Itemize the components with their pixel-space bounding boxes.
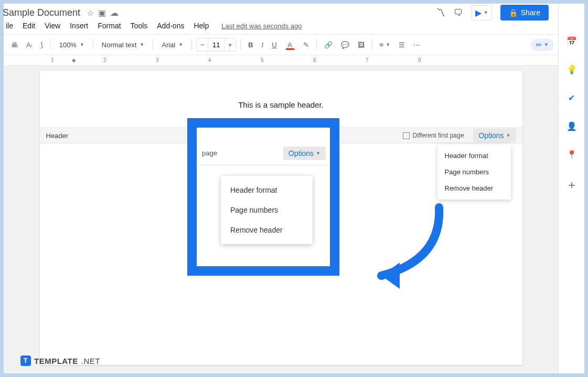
contacts-icon[interactable]: 👤 (566, 120, 578, 132)
print-icon[interactable]: 🖶 (8, 39, 21, 51)
style-select[interactable]: Normal text▼ (98, 39, 148, 51)
callout-menu-header-format[interactable]: Header format (221, 180, 313, 200)
header-options-button[interactable]: Options▼ (473, 129, 516, 142)
menu-format[interactable]: Format (98, 22, 121, 30)
svg-marker-0 (381, 263, 400, 289)
move-icon[interactable]: ▣ (98, 8, 106, 18)
align-button[interactable]: ≡▼ (377, 39, 394, 51)
different-first-page-checkbox[interactable] (403, 132, 410, 139)
insert-comment-button[interactable]: 💬 (338, 39, 352, 51)
callout-menu-remove-header[interactable]: Remove header (221, 220, 313, 240)
editing-mode-button[interactable]: ✏▼ (531, 39, 554, 51)
header-label: Header (46, 132, 69, 140)
line-spacing-button[interactable]: ☰ (395, 39, 408, 51)
add-addon-button[interactable]: ＋ (566, 177, 578, 193)
menu-edit[interactable]: Edit (23, 22, 35, 30)
menu-page-numbers[interactable]: Page numbers (437, 164, 511, 180)
menu-bar: ile Edit View Insert Format Tools Add-on… (4, 19, 558, 35)
italic-button[interactable]: I (259, 39, 267, 51)
brand-name: TEMPLATE (34, 357, 78, 365)
present-icon: ▶ (475, 8, 482, 18)
paint-format-icon[interactable]: ⟆ (37, 39, 46, 51)
watermark: T TEMPLATE.NET (20, 355, 100, 366)
side-panel: 📅 💡 ✔ 👤 📍 ＋ (558, 4, 584, 373)
font-size-decrease[interactable]: − (197, 38, 208, 51)
pencil-icon: ✏ (536, 41, 542, 49)
font-value: Arial (162, 41, 175, 49)
brand-badge-icon: T (20, 355, 31, 366)
share-label: Share (521, 8, 540, 17)
callout-options-label: Options (288, 149, 314, 158)
callout-menu-page-numbers[interactable]: Page numbers (221, 200, 313, 220)
zoom-value: 100% (59, 41, 77, 49)
doc-title[interactable]: Sample Document (3, 7, 80, 18)
menu-file[interactable]: ile (6, 22, 13, 30)
underline-button[interactable]: U (269, 39, 280, 51)
font-size-stepper[interactable]: − + (196, 38, 236, 51)
menu-view[interactable]: View (45, 22, 60, 30)
tasks-icon[interactable]: ✔ (566, 92, 578, 103)
activity-icon[interactable]: 〽 (436, 7, 445, 18)
brand-suffix: .NET (81, 357, 100, 365)
insert-image-button[interactable]: 🖼 (355, 39, 368, 51)
font-size-increase[interactable]: + (224, 38, 236, 51)
insert-link-button[interactable]: 🔗 (321, 39, 336, 51)
font-size-input[interactable] (208, 38, 224, 51)
spellcheck-icon[interactable]: Aᵢ (23, 39, 35, 51)
callout-options-button[interactable]: Options▼ (283, 146, 326, 160)
lock-icon: 🔒 (509, 8, 518, 17)
menu-tools[interactable]: Tools (131, 22, 148, 30)
bold-button[interactable]: B (245, 39, 256, 51)
callout-options-menu: Header format Page numbers Remove header (221, 176, 313, 244)
callout-page-label: page (201, 149, 217, 157)
font-select[interactable]: Arial▼ (157, 39, 187, 51)
callout-box: page Options▼ Header format Page numbers… (187, 118, 339, 276)
menu-header-format[interactable]: Header format (437, 148, 511, 164)
calendar-icon[interactable]: 📅 (566, 35, 578, 47)
header-options-menu: Header format Page numbers Remove header (437, 144, 511, 200)
menu-addons[interactable]: Add-ons (157, 22, 184, 30)
star-icon[interactable]: ☆ (87, 8, 94, 18)
present-button[interactable]: ▶▼ (472, 5, 492, 20)
share-button[interactable]: 🔒Share (500, 5, 549, 20)
maps-icon[interactable]: 📍 (566, 149, 578, 160)
arrow-icon (350, 202, 450, 297)
comments-icon[interactable]: 🗨 (454, 7, 463, 18)
ruler[interactable]: ◆ 1 2 3 4 5 6 7 8 (4, 55, 558, 66)
chevron-down-icon: ▼ (484, 10, 488, 15)
options-label: Options (478, 131, 504, 140)
last-edit[interactable]: Last edit was seconds ago (221, 22, 302, 30)
toolbar: 🖶 Aᵢ ⟆ 100%▼ Normal text▼ Arial▼ − + B I… (4, 35, 558, 55)
header-text[interactable]: This is a sample header. (82, 100, 480, 109)
more-button[interactable]: ⋯ (410, 39, 423, 51)
menu-help[interactable]: Help (194, 22, 209, 30)
caret-down-icon: ▼ (316, 151, 320, 156)
keep-icon[interactable]: 💡 (566, 64, 578, 75)
zoom-select[interactable]: 100%▼ (55, 39, 89, 51)
caret-down-icon: ▼ (506, 133, 511, 138)
different-first-page-label: Different first page (413, 132, 464, 139)
text-color-button[interactable]: A (282, 39, 298, 51)
menu-insert[interactable]: Insert (70, 22, 88, 30)
style-value: Normal text (102, 41, 136, 49)
cloud-icon[interactable]: ☁ (110, 8, 119, 18)
menu-remove-header[interactable]: Remove header (437, 180, 511, 196)
highlight-button[interactable]: ✎ (300, 39, 312, 51)
